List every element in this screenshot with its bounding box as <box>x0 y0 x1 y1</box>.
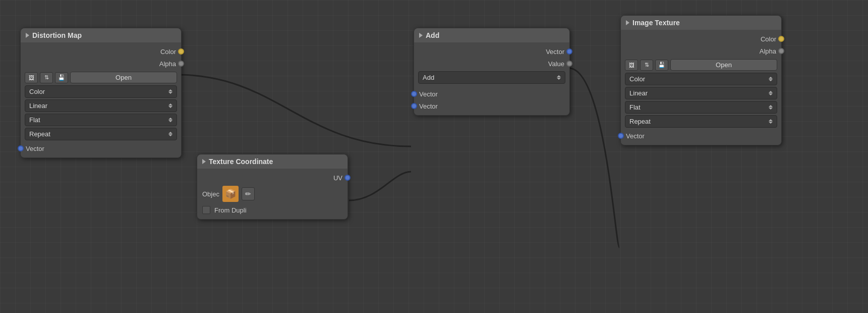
uv-output-socket[interactable] <box>344 175 351 181</box>
repeat-dropdown[interactable]: Repeat <box>25 128 177 140</box>
it-repeat-dropdown-value: Repeat <box>629 118 651 125</box>
open-row: 🖼 ⇅ 💾 Open <box>25 72 177 83</box>
it-flat-dropdown[interactable]: Flat <box>625 101 777 114</box>
it-color-dropdown-arrows <box>769 77 773 81</box>
uv-output-row: UV <box>197 172 348 184</box>
it-linear-dropdown-arrows <box>769 91 773 95</box>
it-alpha-output-label: Alpha <box>760 47 776 55</box>
it-flat-dropdown-arrows <box>769 105 773 110</box>
image-icon-btn[interactable]: 🖼 <box>25 72 38 83</box>
color-output-socket[interactable] <box>178 48 184 55</box>
it-linear-dropdown-value: Linear <box>629 89 648 97</box>
it-open-button[interactable]: Open <box>670 59 777 71</box>
add-vector-output-socket[interactable] <box>566 48 572 55</box>
texture-coordinate-title: Texture Coordinate <box>209 158 273 166</box>
texture-coordinate-header: Texture Coordinate <box>197 154 348 169</box>
flat-dropdown-value: Flat <box>29 116 40 124</box>
it-color-dropdown[interactable]: Color <box>625 73 777 85</box>
from-dupli-checkbox[interactable] <box>202 206 210 214</box>
add-operation-dropdown[interactable]: Add <box>418 71 565 84</box>
color-output-label: Color <box>160 48 176 56</box>
eyedropper-button[interactable]: ✏ <box>242 187 255 200</box>
repeat-dropdown-row: Repeat <box>25 128 177 140</box>
vector-input-socket[interactable] <box>18 145 24 151</box>
it-color-output-label: Color <box>761 35 776 43</box>
it-vector-input-socket[interactable] <box>618 133 624 139</box>
color-dropdown-value: Color <box>29 88 45 95</box>
object-icon: 📦 <box>222 186 239 202</box>
linear-dropdown-value: Linear <box>29 102 47 110</box>
alpha-output-socket[interactable] <box>178 61 184 67</box>
it-collapse-triangle[interactable] <box>626 20 629 25</box>
it-linear-dropdown[interactable]: Linear <box>625 87 777 99</box>
image-texture-body: Color Alpha 🖼 ⇅ 💾 Open Color Linear <box>621 30 781 145</box>
color-dropdown[interactable]: Color <box>25 85 177 98</box>
alpha-output-label: Alpha <box>159 60 176 68</box>
alpha-output-row: Alpha <box>21 58 181 70</box>
add-collapse-triangle[interactable] <box>419 33 423 38</box>
add-vector2-input-socket[interactable] <box>411 103 417 109</box>
color-output-row: Color <box>21 45 181 58</box>
flat-dropdown[interactable]: Flat <box>25 114 177 126</box>
add-operation-value: Add <box>423 74 434 81</box>
add-vector2-input-row: Vector <box>414 100 569 112</box>
vector-input-label: Vector <box>26 145 44 152</box>
it-repeat-dropdown[interactable]: Repeat <box>625 115 777 128</box>
vector-input-row: Vector <box>21 142 181 154</box>
it-color-dropdown-value: Color <box>629 75 645 83</box>
add-vector1-input-row: Vector <box>414 88 569 100</box>
it-flat-dropdown-value: Flat <box>629 103 641 111</box>
add-body: Vector Value Add Vector Vector <box>414 42 569 115</box>
texture-coordinate-node: Texture Coordinate UV Objec 📦 ✏ From Dup… <box>197 154 348 220</box>
it-linear-dropdown-row: Linear <box>625 87 777 99</box>
texture-coordinate-body: UV Objec 📦 ✏ From Dupli <box>197 169 348 219</box>
linear-dropdown-arrows <box>168 103 172 108</box>
add-vector2-input-label: Vector <box>419 102 438 110</box>
it-repeat-dropdown-arrows <box>769 119 773 124</box>
linear-dropdown[interactable]: Linear <box>25 99 177 112</box>
from-dupli-row: From Dupli <box>197 204 348 216</box>
tc-collapse-triangle[interactable] <box>202 159 206 164</box>
repeat-dropdown-arrows <box>168 132 172 136</box>
object-row: Objec 📦 ✏ <box>197 184 348 204</box>
arrows-icon-btn[interactable]: ⇅ <box>40 72 53 83</box>
it-arrows-icon-btn[interactable]: ⇅ <box>640 60 653 71</box>
add-value-output-label: Value <box>548 60 564 68</box>
save-icon-btn[interactable]: 💾 <box>55 72 68 83</box>
it-open-row: 🖼 ⇅ 💾 Open <box>625 59 777 71</box>
add-value-output-socket[interactable] <box>566 61 572 67</box>
flat-dropdown-row: Flat <box>25 114 177 126</box>
add-dropdown-row: Add <box>418 71 565 84</box>
it-color-dropdown-row: Color <box>625 73 777 85</box>
image-texture-title: Image Texture <box>632 19 680 27</box>
it-alpha-output-socket[interactable] <box>778 48 784 54</box>
distortion-map-node: Distortion Map Color Alpha 🖼 ⇅ 💾 Open Co… <box>20 28 182 158</box>
it-flat-dropdown-row: Flat <box>625 101 777 114</box>
distortion-map-header: Distortion Map <box>21 28 181 42</box>
uv-output-label: UV <box>333 174 342 182</box>
add-operation-arrows <box>557 75 561 80</box>
it-image-icon-btn[interactable]: 🖼 <box>625 60 638 71</box>
it-vector-input-label: Vector <box>626 132 645 140</box>
distortion-map-body: Color Alpha 🖼 ⇅ 💾 Open Color Linear <box>21 42 181 158</box>
image-texture-header: Image Texture <box>621 16 781 30</box>
flat-dropdown-arrows <box>168 118 172 122</box>
add-vector1-input-socket[interactable] <box>411 91 417 97</box>
add-title: Add <box>426 31 439 39</box>
image-texture-node: Image Texture Color Alpha 🖼 ⇅ 💾 Open Col… <box>620 15 782 145</box>
object-field-label: Objec <box>202 190 219 198</box>
add-vector-output-label: Vector <box>546 48 564 56</box>
linear-dropdown-row: Linear <box>25 99 177 112</box>
it-save-icon-btn[interactable]: 💾 <box>655 60 668 71</box>
add-node: Add Vector Value Add Vector Vec <box>414 28 570 116</box>
repeat-dropdown-value: Repeat <box>29 130 50 138</box>
add-vector-output-row: Vector <box>414 45 569 58</box>
add-vector1-input-label: Vector <box>419 90 438 98</box>
add-value-output-row: Value <box>414 58 569 70</box>
it-color-output-socket[interactable] <box>778 36 784 42</box>
collapse-triangle[interactable] <box>26 33 29 38</box>
it-color-output-row: Color <box>621 33 781 45</box>
distortion-map-title: Distortion Map <box>32 31 82 39</box>
open-button[interactable]: Open <box>70 72 177 83</box>
it-repeat-dropdown-row: Repeat <box>625 115 777 128</box>
